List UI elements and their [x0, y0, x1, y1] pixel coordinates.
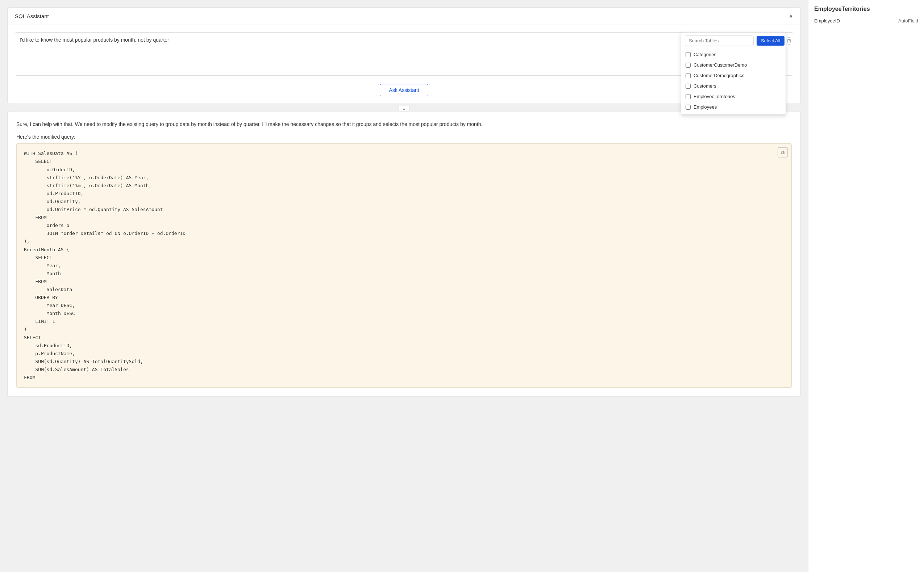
ask-assistant-button[interactable]: Ask Assistant [380, 84, 428, 96]
table-name-employees: Employees [693, 104, 717, 110]
table-checkbox-employeeterritories[interactable] [686, 94, 691, 99]
table-checkbox-employees[interactable] [686, 105, 691, 110]
copy-code-button[interactable]: ⧉ [778, 147, 788, 157]
table-name-customerdemographics: CustomerDemographics [693, 73, 744, 78]
table-checkbox-customercustomerdemo[interactable] [686, 63, 691, 68]
collapse-icon[interactable]: ∧ [789, 12, 793, 20]
modified-query-label: Here's the modified query: [16, 134, 792, 140]
table-name-customercustomerdemo: CustomerCustomerDemo [693, 62, 747, 68]
right-panel: EmployeeTerritories EmployeeID AutoField [808, 0, 924, 572]
table-item-employees[interactable]: Employees [681, 102, 785, 112]
field-name-employeeid: EmployeeID [814, 18, 840, 23]
response-panel: ▲ Sure, I can help with that. We need to… [7, 111, 801, 397]
right-panel-title: EmployeeTerritories [814, 6, 918, 12]
sql-assistant-header: SQL Assistant ∧ [8, 8, 801, 25]
select-all-button[interactable]: Select All [757, 36, 784, 46]
table-list: Categories CustomerCustomerDemo Customer… [681, 49, 785, 114]
main-content: SQL Assistant ∧ I'd like to know the mos… [0, 0, 808, 572]
query-textarea[interactable]: I'd like to know the most popular produc… [15, 32, 793, 76]
response-text: Sure, I can help with that. We need to m… [16, 120, 792, 128]
input-area-wrapper: I'd like to know the most popular produc… [15, 32, 793, 77]
code-content: WITH SalesData AS ( SELECT o.OrderID, st… [24, 149, 784, 382]
field-row-employeeid: EmployeeID AutoField [814, 17, 918, 25]
field-type-employeeid: AutoField [898, 18, 918, 23]
table-name-categories: Categories [693, 52, 716, 57]
dropdown-header: Select All ? [681, 33, 785, 49]
help-button[interactable]: ? [787, 37, 791, 45]
table-item-customers[interactable]: Customers [681, 81, 785, 91]
table-item-categories[interactable]: Categories [681, 49, 785, 60]
table-item-orderdetails[interactable]: Order Details... [681, 112, 785, 114]
table-checkbox-customers[interactable] [686, 84, 691, 89]
search-tables-input[interactable] [685, 36, 754, 46]
table-item-customerdemographics[interactable]: CustomerDemographics [681, 70, 785, 81]
ask-btn-row: Ask Assistant [15, 84, 793, 96]
table-name-employeeterritories: EmployeeTerritories [693, 94, 735, 99]
table-dropdown: Select All ? Categories CustomerCustomer… [681, 32, 786, 115]
scroll-up-indicator[interactable]: ▲ [399, 106, 410, 112]
sql-assistant-title: SQL Assistant [15, 13, 49, 19]
code-block: ⧉ WITH SalesData AS ( SELECT o.OrderID, … [16, 143, 792, 388]
table-checkbox-customerdemographics[interactable] [686, 73, 691, 78]
table-name-customers: Customers [693, 83, 716, 89]
sql-assistant-body: I'd like to know the most popular produc… [8, 25, 801, 104]
table-item-customercustomerdemo[interactable]: CustomerCustomerDemo [681, 60, 785, 70]
table-checkbox-categories[interactable] [686, 52, 691, 57]
sql-assistant-panel: SQL Assistant ∧ I'd like to know the mos… [7, 7, 801, 104]
page-wrapper: SQL Assistant ∧ I'd like to know the mos… [0, 0, 924, 572]
table-item-employeeterritories[interactable]: EmployeeTerritories [681, 91, 785, 102]
